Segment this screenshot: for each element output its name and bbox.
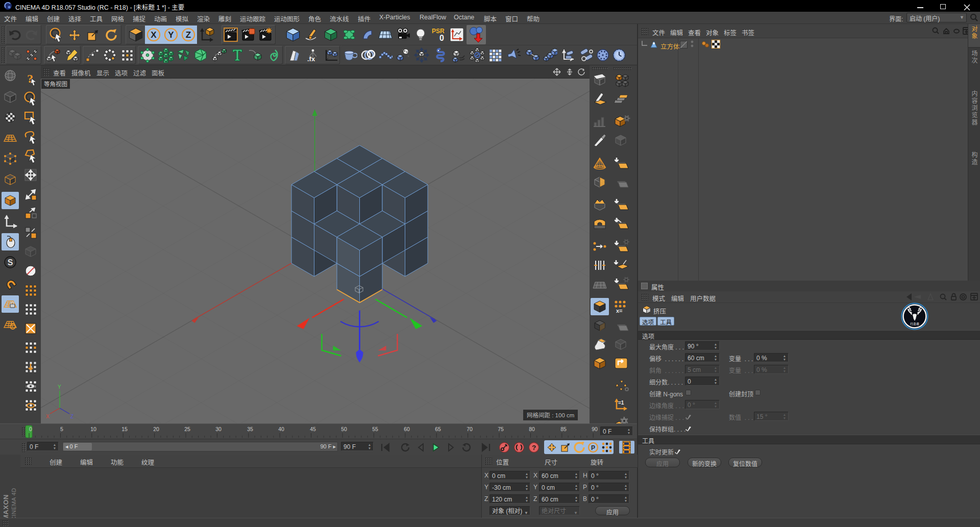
svg-text:30: 30 xyxy=(215,426,222,432)
svg-text:P: P xyxy=(591,444,595,451)
svg-text:50: 50 xyxy=(341,426,347,432)
svg-text:S: S xyxy=(8,258,13,267)
svg-text:Y: Y xyxy=(168,30,174,40)
svg-text:行走者: 行走者 xyxy=(910,322,919,326)
svg-text:45: 45 xyxy=(310,426,316,432)
svg-text:35: 35 xyxy=(247,426,253,432)
svg-text:55: 55 xyxy=(372,426,378,432)
svg-text:15: 15 xyxy=(121,426,128,432)
svg-text:80: 80 xyxy=(529,426,535,432)
svg-text:X: X xyxy=(46,414,50,419)
svg-text:.fx: .fx xyxy=(307,55,315,63)
svg-text:=1: =1 xyxy=(618,400,624,406)
svg-text:?: ? xyxy=(531,444,535,451)
svg-text:X: X xyxy=(151,30,157,40)
svg-text:40: 40 xyxy=(278,426,284,432)
svg-text:20: 20 xyxy=(153,426,159,432)
svg-text:85: 85 xyxy=(560,426,567,432)
svg-text:0: 0 xyxy=(29,426,32,432)
svg-text:65: 65 xyxy=(435,426,441,432)
svg-text:75: 75 xyxy=(498,426,504,432)
svg-text:70: 70 xyxy=(467,426,473,432)
svg-text:Y: Y xyxy=(58,384,61,390)
svg-text:10: 10 xyxy=(90,426,96,432)
svg-text:Z: Z xyxy=(186,30,191,40)
svg-text:25: 25 xyxy=(184,426,190,432)
svg-text:5: 5 xyxy=(60,426,63,432)
svg-text:0: 0 xyxy=(439,34,444,42)
svg-text:x=: x= xyxy=(616,308,623,314)
svg-text:60: 60 xyxy=(404,426,410,432)
svg-text:90: 90 xyxy=(592,426,598,432)
svg-text:Z: Z xyxy=(70,414,74,419)
